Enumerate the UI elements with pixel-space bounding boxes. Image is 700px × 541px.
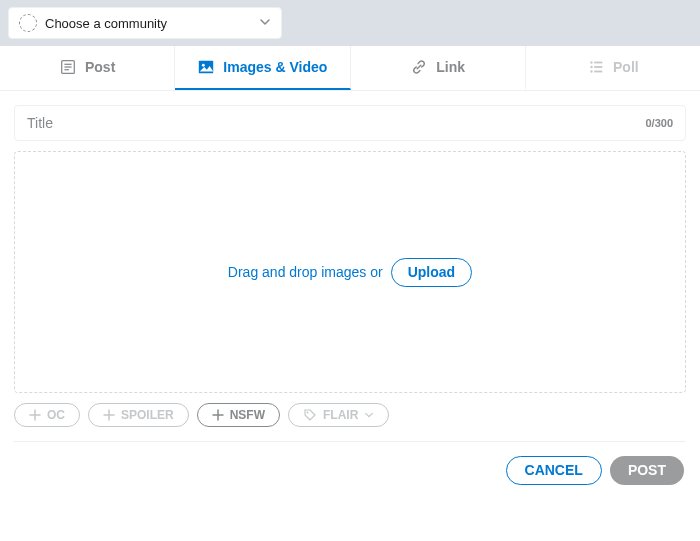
svg-rect-11 <box>594 71 602 73</box>
community-placeholder-icon <box>19 14 37 32</box>
community-selector[interactable]: Choose a community <box>8 7 282 39</box>
body: 0/300 Drag and drop images or Upload OC … <box>0 91 700 489</box>
title-row: 0/300 <box>14 105 686 141</box>
tabs: Post Images & Video Link Poll <box>0 46 700 91</box>
dropzone-text: Drag and drop images or <box>228 264 383 280</box>
svg-point-10 <box>590 70 592 72</box>
nsfw-label: NSFW <box>230 408 265 422</box>
image-icon <box>197 58 215 76</box>
tab-post[interactable]: Post <box>0 46 175 90</box>
flair-label: FLAIR <box>323 408 358 422</box>
svg-rect-9 <box>594 66 602 68</box>
tab-poll-label: Poll <box>613 59 639 75</box>
oc-label: OC <box>47 408 65 422</box>
tab-link-label: Link <box>436 59 465 75</box>
cancel-button[interactable]: CANCEL <box>506 456 602 485</box>
svg-point-12 <box>307 412 309 414</box>
chevron-down-icon <box>364 410 374 420</box>
svg-rect-7 <box>594 62 602 64</box>
flair-pill[interactable]: FLAIR <box>288 403 389 427</box>
svg-point-5 <box>202 64 205 67</box>
svg-point-8 <box>590 66 592 68</box>
plus-icon <box>212 409 224 421</box>
topbar: Choose a community <box>0 0 700 46</box>
tab-post-label: Post <box>85 59 115 75</box>
post-icon <box>59 58 77 76</box>
community-selector-label: Choose a community <box>45 16 167 31</box>
svg-point-6 <box>590 61 592 63</box>
upload-button[interactable]: Upload <box>391 258 472 287</box>
link-icon <box>410 58 428 76</box>
spoiler-label: SPOILER <box>121 408 174 422</box>
tab-images-video[interactable]: Images & Video <box>175 46 350 90</box>
plus-icon <box>29 409 41 421</box>
tag-icon <box>303 408 317 422</box>
spoiler-pill[interactable]: SPOILER <box>88 403 189 427</box>
post-button[interactable]: POST <box>610 456 684 485</box>
poll-icon <box>587 58 605 76</box>
title-input[interactable] <box>27 115 645 131</box>
oc-pill[interactable]: OC <box>14 403 80 427</box>
plus-icon <box>103 409 115 421</box>
chevron-down-icon <box>259 14 271 32</box>
tab-poll: Poll <box>526 46 700 90</box>
nsfw-pill[interactable]: NSFW <box>197 403 280 427</box>
media-dropzone[interactable]: Drag and drop images or Upload <box>14 151 686 393</box>
tab-link[interactable]: Link <box>351 46 526 90</box>
tab-images-label: Images & Video <box>223 59 327 75</box>
actions-row: CANCEL POST <box>14 456 686 485</box>
title-counter: 0/300 <box>645 117 673 129</box>
tags-row: OC SPOILER NSFW FLAIR <box>14 403 686 442</box>
